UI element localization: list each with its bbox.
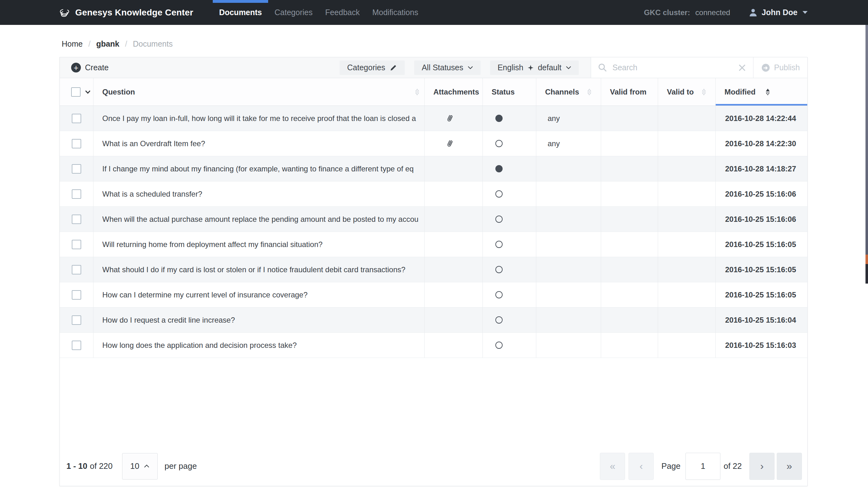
page-controls: « ‹ Page of 22 › » <box>600 453 802 480</box>
categories-filter-button[interactable]: Categories <box>340 60 405 75</box>
table-row[interactable]: How do I request a credit line increase?… <box>60 308 807 333</box>
valid-from-cell <box>601 282 658 308</box>
first-page-button[interactable]: « <box>600 453 625 480</box>
column-label: Channels <box>545 88 579 96</box>
row-checkbox[interactable] <box>72 240 81 249</box>
column-header-question[interactable]: Question <box>93 78 425 106</box>
breadcrumb-current: Documents <box>133 39 173 49</box>
valid-to-cell <box>658 333 716 358</box>
categories-label: Categories <box>347 63 385 72</box>
pages-total: of 22 <box>723 461 742 471</box>
cluster-status: GKC cluster: connected <box>644 8 730 17</box>
valid-from-cell <box>601 106 658 131</box>
column-label: Valid from <box>610 88 646 96</box>
app-screen: Genesys Knowledge Center Documents Categ… <box>0 0 868 489</box>
table-row[interactable]: What should I do if my card is lost or s… <box>60 257 807 282</box>
attachment-icon <box>444 138 456 149</box>
question-text: How long does the application and decisi… <box>102 341 297 350</box>
star-diamond-icon <box>528 65 533 70</box>
next-page-button[interactable]: › <box>749 453 775 480</box>
table-row[interactable]: When will the actual purchase amount rep… <box>60 207 807 232</box>
status-draft-icon <box>495 190 503 198</box>
valid-from-cell <box>601 308 658 333</box>
row-checkbox[interactable] <box>72 214 81 224</box>
create-label: Create <box>85 63 108 72</box>
nav-tabs: Documents Categories Feedback Modificati… <box>213 0 425 25</box>
table-row[interactable]: Once I pay my loan in-full, how long wil… <box>60 106 807 131</box>
user-name: John Doe <box>762 8 798 17</box>
row-checkbox[interactable] <box>72 139 81 148</box>
column-header-valid-from: Valid from <box>601 78 658 106</box>
status-published-icon <box>495 165 503 172</box>
select-all-checkbox[interactable] <box>71 87 81 97</box>
valid-from-cell <box>601 333 658 358</box>
column-header-modified[interactable]: Modified <box>716 78 807 106</box>
breadcrumb-home[interactable]: Home <box>62 39 83 49</box>
row-checkbox[interactable] <box>72 290 81 299</box>
pencil-icon <box>390 64 397 71</box>
prev-page-icon: ‹ <box>640 460 643 472</box>
breadcrumb-separator: / <box>88 39 91 49</box>
row-checkbox[interactable] <box>72 341 81 350</box>
tab-feedback[interactable]: Feedback <box>319 0 366 25</box>
status-filter-dropdown[interactable]: All Statuses <box>414 60 480 75</box>
question-text: How can I determine my current level of … <box>102 290 308 299</box>
table-row[interactable]: How long does the application and decisi… <box>60 333 807 358</box>
tab-categories[interactable]: Categories <box>268 0 319 25</box>
publish-button[interactable]: Publish <box>753 57 807 78</box>
tab-label: Modifications <box>372 8 418 17</box>
per-page-select[interactable]: 10 <box>122 453 158 480</box>
table-row[interactable]: How can I determine my current level of … <box>60 282 807 308</box>
active-tab-indicator <box>213 0 268 3</box>
chevron-down-icon <box>566 66 571 69</box>
search-input[interactable] <box>613 63 738 72</box>
status-draft-icon <box>495 316 503 324</box>
table-header: Question Attachments Status Channels <box>60 78 807 106</box>
toolbar-filters: Categories All Statuses English <box>340 57 579 78</box>
genesys-logo-icon <box>59 7 70 18</box>
column-label: Modified <box>724 88 756 96</box>
tab-documents[interactable]: Documents <box>213 0 268 25</box>
pagination-bar: 1 - 10 of 220 10 per page « ‹ <box>60 447 807 486</box>
window-edge-artifact <box>866 25 868 284</box>
row-checkbox[interactable] <box>72 190 81 199</box>
row-checkbox[interactable] <box>72 265 81 275</box>
select-all-cell <box>60 78 93 106</box>
selection-menu-chevron-icon[interactable] <box>85 90 91 94</box>
last-page-button[interactable]: » <box>777 453 802 480</box>
table-row[interactable]: What is an Overdraft Item fee? any 2016-… <box>60 131 807 156</box>
status-draft-icon <box>495 266 503 273</box>
status-draft-icon <box>495 342 503 349</box>
breadcrumb-project[interactable]: gbank <box>96 39 120 49</box>
page-number-input[interactable] <box>685 453 720 480</box>
status-draft-icon <box>495 215 503 223</box>
valid-from-cell <box>601 257 658 282</box>
table-row[interactable]: If I change my mind about my financing (… <box>60 156 807 181</box>
table-row[interactable]: What is a scheduled transfer? 2016-10-25… <box>60 181 807 207</box>
modified-value: 2016-10-28 14:22:44 <box>725 114 796 123</box>
row-checkbox[interactable] <box>72 164 81 174</box>
column-header-channels[interactable]: Channels <box>536 78 601 106</box>
clear-search-icon[interactable] <box>738 64 746 72</box>
breadcrumb-separator: / <box>125 39 127 49</box>
prev-page-button[interactable]: ‹ <box>628 453 654 480</box>
question-text: What should I do if my card is lost or s… <box>102 265 405 274</box>
attachments-cell <box>425 308 483 333</box>
brand: Genesys Knowledge Center <box>59 7 193 18</box>
valid-to-cell <box>658 207 716 232</box>
modified-value: 2016-10-25 15:16:03 <box>725 341 796 350</box>
status-draft-icon <box>495 241 503 248</box>
user-menu[interactable]: John Doe <box>748 8 808 17</box>
tab-modifications[interactable]: Modifications <box>366 0 425 25</box>
row-checkbox[interactable] <box>72 114 81 123</box>
table-row[interactable]: Will returning home from deployment affe… <box>60 232 807 257</box>
valid-to-cell <box>658 181 716 207</box>
search-icon <box>598 63 608 73</box>
language-dropdown[interactable]: English default <box>490 60 579 75</box>
valid-from-cell <box>601 131 658 156</box>
tab-label: Documents <box>219 8 262 17</box>
row-checkbox[interactable] <box>72 315 81 325</box>
create-button[interactable]: + Create <box>65 57 115 78</box>
column-header-valid-to[interactable]: Valid to <box>658 78 716 106</box>
question-text: If I change my mind about my financing (… <box>102 165 413 173</box>
